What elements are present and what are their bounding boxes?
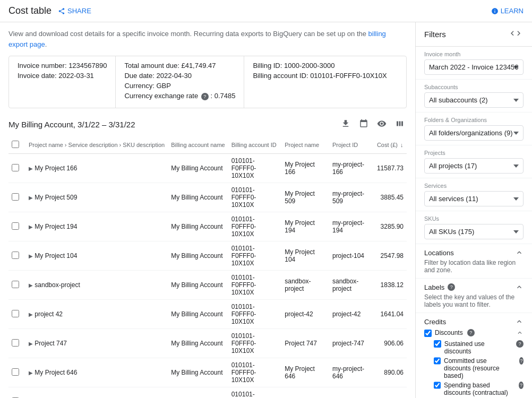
committed-use-checkbox[interactable] [434, 357, 441, 365]
row-billing-account: My Billing Account [168, 358, 228, 387]
row-billing-id: 010101-F0FFF0-10X10X [228, 358, 282, 387]
sidebar-title: Filters [424, 30, 446, 39]
invoice-section-middle: Total amount due: £41,749.47 Due date: 2… [116, 56, 244, 108]
row-cost: 3285.90 [374, 212, 407, 241]
discounts-checkbox[interactable] [424, 330, 432, 337]
page-title: Cost table [8, 5, 52, 16]
row-checkbox[interactable] [12, 193, 19, 201]
sustained-help-icon[interactable]: ? [516, 340, 524, 348]
row-billing-account: My Billing Account [168, 183, 228, 212]
select-all-checkbox[interactable] [12, 141, 19, 148]
table-scroll-container[interactable]: Project name › Service description › SKU… [8, 136, 407, 398]
row-checkbox[interactable] [12, 339, 19, 347]
discounts-expand-icon[interactable] [516, 329, 524, 336]
table-row: ▶ My Project 104 My Billing Account 0101… [8, 241, 407, 271]
col-billing-id[interactable]: Billing account ID [228, 136, 282, 154]
row-expand-arrow[interactable]: ▶ [29, 253, 33, 259]
col-project[interactable]: Project name [281, 136, 329, 154]
row-checkbox-cell [8, 212, 25, 241]
row-billing-id: 010101-F0FFF0-10X10X [228, 271, 282, 300]
col-project-name[interactable]: Project name › Service description › SKU… [25, 136, 168, 154]
learn-button[interactable]: LEARN [491, 7, 524, 15]
row-cost: 3885.45 [374, 183, 407, 212]
services-filter: Services All services (11) [416, 178, 532, 211]
labels-help-icon[interactable]: ? [448, 283, 455, 291]
learn-icon [491, 7, 499, 15]
sustained-use-item: Sustained use discounts ? [434, 340, 524, 355]
skus-select[interactable]: All SKUs (175) [424, 224, 524, 239]
row-project-name: ▶ My Project 646 [25, 358, 168, 387]
row-checkbox[interactable] [12, 252, 19, 259]
row-cost: 906.06 [374, 329, 407, 358]
row-project-name: ▶ My Project 166 [25, 154, 168, 183]
row-project-name: ▶ sandbox-project [25, 271, 168, 300]
credits-collapse-icon[interactable] [515, 317, 524, 326]
row-expand-arrow[interactable]: ▶ [29, 370, 33, 376]
row-checkbox[interactable] [12, 164, 19, 171]
col-project-id[interactable]: Project ID [329, 136, 374, 154]
view-button[interactable] [375, 117, 389, 132]
table-actions [339, 117, 407, 132]
columns-icon [395, 119, 405, 128]
row-project: My Project 194 [281, 212, 329, 241]
committed-help-icon[interactable]: ? [519, 357, 524, 365]
spending-based-checkbox[interactable] [434, 382, 441, 389]
row-project: My Project 166 [281, 154, 329, 183]
row-billing-id: 010101-F0FFF0-10X10X [228, 212, 282, 241]
sidebar-collapse-button[interactable] [508, 29, 524, 40]
credits-header: Credits [424, 317, 524, 326]
row-expand-arrow[interactable]: ▶ [29, 282, 33, 288]
row-expand-arrow[interactable]: ▶ [29, 224, 33, 230]
row-project: My Project 646 [281, 358, 329, 387]
invoice-number-row: Invoice number: 1234567890 [18, 62, 107, 70]
row-checkbox[interactable] [12, 368, 19, 376]
row-cost: 1838.12 [374, 271, 407, 300]
row-expand-arrow[interactable]: ▶ [29, 312, 33, 317]
locations-header[interactable]: Locations [424, 248, 524, 257]
table-row: ▶ My Project 646 My Billing Account 0101… [8, 358, 407, 387]
filters-sidebar: Filters Invoice month March 2022 - Invoi… [415, 22, 532, 398]
total-due-row: Total amount due: £41,749.47 [124, 62, 235, 70]
committed-use-item: Committed use discounts (resource based)… [434, 357, 524, 379]
row-cost: 800.40 [374, 387, 407, 399]
subaccounts-select[interactable]: All subaccounts (2) [424, 92, 524, 108]
folders-select[interactable]: All folders/organizations (9) [424, 125, 524, 141]
row-billing-account: My Billing Account [168, 154, 228, 183]
row-checkbox-cell [8, 329, 25, 358]
row-checkbox[interactable] [12, 310, 19, 317]
row-expand-arrow[interactable]: ▶ [29, 195, 33, 201]
row-cost: 1641.04 [374, 300, 407, 329]
row-project-name: ▶ project 42 [25, 300, 168, 329]
columns-button[interactable] [393, 117, 407, 132]
table-row: ▶ project 42 My Billing Account 010101-F… [8, 300, 407, 329]
projects-select[interactable]: All projects (17) [424, 158, 524, 174]
row-project: project-42 [281, 300, 329, 329]
row-expand-arrow[interactable]: ▶ [29, 341, 33, 347]
locations-filter: Locations Filter by location data like r… [416, 244, 532, 279]
sustained-use-checkbox[interactable] [434, 340, 441, 348]
discounts-help-icon[interactable]: ? [467, 329, 475, 336]
row-project-id: sandbox-project [329, 271, 374, 300]
row-expand-arrow[interactable]: ▶ [29, 166, 33, 171]
schedule-button[interactable] [357, 117, 371, 132]
table-row: ▶ My Project 194 My Billing Account 0101… [8, 212, 407, 241]
billing-id-row: Billing ID: 1000-2000-3000 [253, 62, 387, 70]
exchange-help-icon[interactable]: ? [201, 93, 209, 100]
download-button[interactable] [339, 117, 353, 132]
share-button[interactable]: SHARE [58, 7, 91, 15]
col-cost[interactable]: Cost (£) [374, 136, 407, 154]
col-billing-account[interactable]: Billing account name [168, 136, 228, 154]
labels-collapse-icon [515, 283, 524, 291]
content-area: View and download cost details for a spe… [0, 22, 415, 398]
invoice-month-select[interactable]: March 2022 - Invoice 1234567890 [424, 59, 524, 75]
row-cost: 890.06 [374, 358, 407, 387]
row-project-name: ▶ My Project 194 [25, 212, 168, 241]
spending-help-icon[interactable]: ? [519, 382, 524, 389]
labels-header[interactable]: Labels ? [424, 283, 524, 291]
skus-filter: SKUs All SKUs (175) [416, 211, 532, 244]
services-select[interactable]: All services (11) [424, 191, 524, 206]
invoice-section-right: Billing ID: 1000-2000-3000 Billing accou… [244, 56, 395, 108]
row-checkbox[interactable] [12, 281, 19, 288]
row-checkbox[interactable] [12, 222, 19, 230]
locations-collapse-icon [515, 248, 524, 257]
